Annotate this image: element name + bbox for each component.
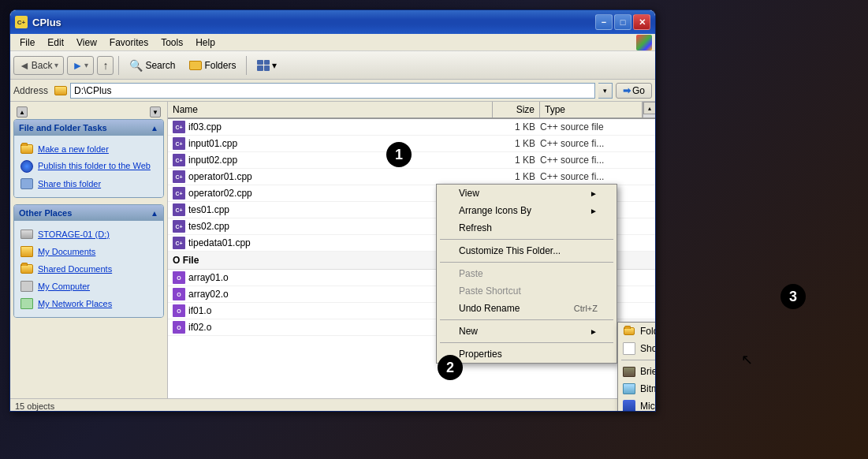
folders-icon [189,61,202,70]
address-dropdown-arrow[interactable]: ▾ [598,83,613,99]
mydocs-icon [20,245,33,258]
new-submenu: Folder Shortcut Briefcase Bitmap Image [617,322,656,412]
panel-scroll-arrows: ▲ ▼ [13,105,164,119]
ctx-new[interactable]: New ► [437,323,617,340]
panel-scroll-up[interactable]: ▲ [17,106,28,118]
file-row-operator01[interactable]: C+ operator01.cpp 1 KB C++ source fi... [168,169,655,185]
share-folder-link[interactable]: Share this folder [19,175,158,192]
badge-2: 2 [438,355,463,380]
ctx-view[interactable]: View ► [437,185,617,202]
window-icon: C+ [15,16,28,28]
status-text: 15 objects [15,401,54,411]
menu-file[interactable]: File [13,35,41,50]
file-row-if03[interactable]: C+ if03.cpp 1 KB C++ source file [168,119,655,136]
ctx-new-arrow: ► [590,327,598,336]
folders-button[interactable]: Folders [184,57,241,74]
menu-help[interactable]: Help [189,35,222,50]
up-button[interactable]: ↑ [97,56,114,75]
drive-icon [20,228,33,241]
status-bar: 15 objects [10,398,655,412]
other-places-title: Other Places [19,208,72,218]
o-file-icon: O [173,288,185,300]
cpp-file-icon: C+ [173,170,185,183]
sub-briefcase[interactable]: Briefcase [618,363,656,380]
left-panel: ▲ ▼ File and Folder Tasks ▲ Mak [10,102,168,398]
cpp-file-icon: C+ [173,187,185,200]
col-type-header[interactable]: Type [540,102,643,118]
ctx-paste-shortcut[interactable]: Paste Shortcut [437,282,617,300]
file-folder-tasks-header[interactable]: File and Folder Tasks ▲ [14,120,163,136]
sub-folder[interactable]: Folder [618,323,656,340]
address-input[interactable] [70,83,595,99]
col-size-header[interactable]: Size [493,102,540,118]
view-button[interactable]: ▾ [251,57,282,74]
other-places-header[interactable]: Other Places ▲ [14,205,163,221]
desktop: C+ CPlus − □ ✕ File Edit View Favorites … [0,0,868,459]
address-folder-icon [54,86,67,95]
view-dropdown-arrow: ▾ [272,60,277,71]
menu-edit[interactable]: Edit [41,35,70,50]
scrollbar-up[interactable]: ▴ [643,102,655,118]
go-arrow-icon: ➡ [623,85,631,96]
badge-1: 1 [386,142,412,167]
scroll-up-btn[interactable]: ▴ [643,102,656,114]
file-folder-tasks-section: File and Folder Tasks ▲ Make a new folde… [13,119,164,198]
go-button[interactable]: ➡ Go [616,83,652,99]
menu-favorites[interactable]: Favorites [103,35,155,50]
storage-link[interactable]: STORAGE-01 (D:) [19,226,158,243]
shared-documents-link[interactable]: Shared Documents [19,260,158,278]
search-button[interactable]: 🔍 Search [124,56,181,75]
menu-view[interactable]: View [70,35,103,50]
menu-tools[interactable]: Tools [155,35,189,50]
section-collapse-icon: ▲ [151,124,158,132]
file-folder-tasks-title: File and Folder Tasks [19,123,107,132]
network-icon [20,297,33,310]
make-folder-icon [20,143,33,155]
back-button[interactable]: ◄ Back ▾ [13,56,64,75]
file-row-input01[interactable]: C+ input01.cpp 1 KB C++ source fi... [168,136,655,152]
cpp-file-icon: C+ [173,220,185,233]
sub-bitmap[interactable]: Bitmap Image [618,380,656,397]
address-bar: Address ▾ ➡ Go [10,80,655,102]
ctx-arrange-icons[interactable]: Arrange Icons By ► [437,202,617,219]
sub-word-icon [621,400,637,412]
sub-sep-1 [621,360,656,360]
other-places-body: STORAGE-01 (D:) My Documents [14,221,163,317]
ctx-refresh[interactable]: Refresh [437,219,617,237]
ctx-view-arrow: ► [590,189,598,198]
publish-folder-link[interactable]: Publish this folder to the Web [19,158,158,175]
address-label: Address [13,85,51,96]
sub-briefcase-icon [621,365,637,378]
panel-scroll-down[interactable]: ▼ [150,106,161,118]
col-name-header[interactable]: Name [168,102,493,118]
cpp-file-icon: C+ [173,137,185,150]
ctx-sep-2 [440,262,613,263]
my-computer-link[interactable]: My Computer [19,278,158,295]
back-dropdown-arrow: ▾ [54,61,58,69]
sub-word[interactable]: Microsoft Word Document [618,397,656,412]
ctx-properties[interactable]: Properties [437,345,617,363]
toolbar: ◄ Back ▾ ► ▾ ↑ 🔍 Search Folders [10,51,655,80]
fwd-dropdown-arrow: ▾ [84,61,88,69]
ctx-arrange-arrow: ► [590,207,598,215]
ctx-paste[interactable]: Paste [437,265,617,282]
close-button[interactable]: ✕ [633,14,650,30]
ctx-sep-3 [440,319,613,320]
minimize-button[interactable]: − [595,14,613,30]
forward-button[interactable]: ► ▾ [67,56,95,75]
ctx-customize[interactable]: Customize This Folder... [437,242,617,259]
my-documents-link[interactable]: My Documents [19,243,158,260]
ctx-undo-rename[interactable]: Undo Rename Ctrl+Z [437,300,617,317]
cpp-file-icon: C+ [173,203,185,216]
make-new-folder-link[interactable]: Make a new folder [19,140,158,158]
file-row-input02[interactable]: C+ input02.cpp 1 KB C++ source fi... [168,152,655,169]
view-icon [257,60,270,71]
context-menu: View ► Arrange Icons By ► Refresh Custom… [436,184,617,364]
maximize-button[interactable]: □ [614,14,631,30]
menu-bar: File Edit View Favorites Tools Help [10,34,655,51]
sub-shortcut[interactable]: Shortcut [618,340,656,357]
my-network-link[interactable]: My Network Places [19,295,158,312]
explorer-window: C+ CPlus − □ ✕ File Edit View Favorites … [9,9,656,412]
file-folder-tasks-body: Make a new folder Publish this folder to… [14,136,163,197]
sub-bitmap-icon [621,382,637,395]
